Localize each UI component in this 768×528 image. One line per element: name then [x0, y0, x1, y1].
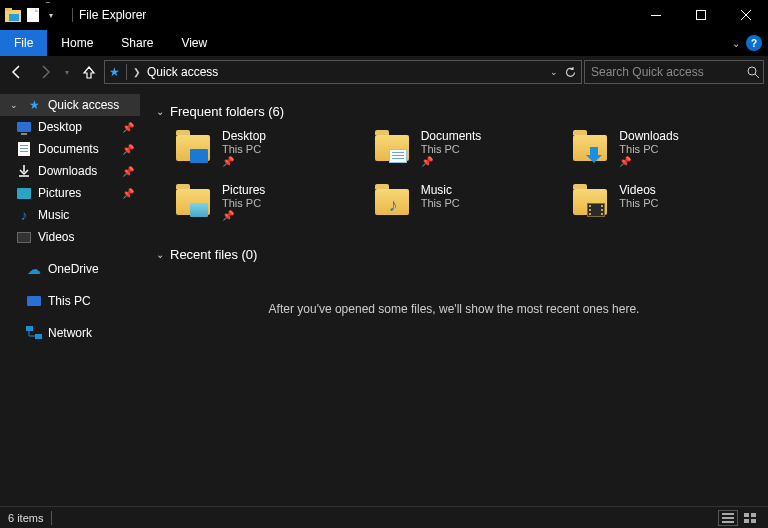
window-controls — [633, 0, 768, 30]
sidebar-item-downloads[interactable]: Downloads 📌 — [0, 160, 140, 182]
folder-location: This PC — [421, 197, 460, 209]
up-button[interactable] — [76, 59, 102, 85]
recent-files-empty-message: After you've opened some files, we'll sh… — [156, 272, 752, 346]
close-button[interactable] — [723, 0, 768, 30]
music-icon: ♪ — [16, 207, 32, 223]
folder-location: This PC — [619, 197, 658, 209]
pin-icon: 📌 — [619, 156, 678, 167]
nav-bar: ▾ ★ ❯ Quick access ⌄ — [0, 56, 768, 88]
downloads-icon — [16, 163, 32, 179]
svg-rect-13 — [722, 513, 734, 515]
group-frequent-folders[interactable]: ⌄ Frequent folders (6) — [156, 104, 752, 119]
folder-name: Downloads — [619, 129, 678, 143]
svg-rect-5 — [696, 11, 705, 20]
refresh-icon[interactable] — [564, 66, 577, 79]
svg-rect-9 — [20, 148, 28, 149]
folder-item-downloads[interactable]: DownloadsThis PC📌 — [573, 129, 752, 173]
qat-dropdown-icon[interactable]: ▾‾ — [44, 6, 62, 24]
pin-icon: 📌 — [222, 156, 266, 167]
sidebar-network[interactable]: Network — [0, 322, 140, 344]
sidebar-label: This PC — [48, 294, 91, 308]
sidebar-label: Network — [48, 326, 92, 340]
svg-rect-2 — [9, 14, 19, 21]
svg-rect-19 — [751, 519, 756, 523]
title-bar: ▾‾ File Explorer — [0, 0, 768, 30]
sidebar-item-label: Pictures — [38, 186, 81, 200]
folder-icon — [375, 129, 411, 161]
minimize-button[interactable] — [633, 0, 678, 30]
status-bar: 6 items — [0, 506, 768, 528]
folder-icon — [573, 129, 609, 161]
svg-rect-17 — [751, 513, 756, 517]
search-box[interactable] — [584, 60, 764, 84]
folder-icon — [375, 183, 411, 215]
search-input[interactable] — [591, 65, 741, 79]
new-file-icon[interactable] — [24, 6, 42, 24]
folder-item-videos[interactable]: VideosThis PC — [573, 183, 752, 227]
folder-location: This PC — [222, 197, 265, 209]
address-bar[interactable]: ★ ❯ Quick access ⌄ — [104, 60, 582, 84]
sidebar-item-documents[interactable]: Documents 📌 — [0, 138, 140, 160]
content-pane: ⌄ Frequent folders (6) DesktopThis PC📌Do… — [140, 88, 768, 506]
svg-rect-14 — [722, 517, 734, 519]
folder-location: This PC — [619, 143, 678, 155]
pin-icon: 📌 — [122, 166, 134, 177]
icons-view-button[interactable] — [740, 510, 760, 526]
pin-icon: 📌 — [122, 122, 134, 133]
svg-rect-11 — [26, 326, 33, 331]
group-recent-files[interactable]: ⌄ Recent files (0) — [156, 247, 752, 262]
pin-icon: 📌 — [222, 210, 265, 221]
ribbon: File Home Share View ⌄ ? — [0, 30, 768, 56]
pictures-icon — [16, 185, 32, 201]
sidebar-item-desktop[interactable]: Desktop 📌 — [0, 116, 140, 138]
folder-item-desktop[interactable]: DesktopThis PC📌 — [176, 129, 355, 173]
pin-icon: 📌 — [421, 156, 482, 167]
help-icon[interactable]: ? — [746, 35, 762, 51]
sidebar-this-pc[interactable]: This PC — [0, 290, 140, 312]
network-icon — [26, 325, 42, 341]
tab-home[interactable]: Home — [47, 30, 107, 56]
sidebar-item-label: Desktop — [38, 120, 82, 134]
ribbon-expand-icon[interactable]: ⌄ — [732, 38, 740, 49]
svg-rect-4 — [651, 15, 661, 16]
sidebar-item-label: Documents — [38, 142, 99, 156]
folder-name: Documents — [421, 129, 482, 143]
tab-file[interactable]: File — [0, 30, 47, 56]
folder-name: Pictures — [222, 183, 265, 197]
folder-name: Videos — [619, 183, 658, 197]
sidebar-onedrive[interactable]: ☁ OneDrive — [0, 258, 140, 280]
navigation-pane: ⌄ ★ Quick access Desktop 📌 Documents 📌 D… — [0, 88, 140, 506]
chevron-down-icon[interactable]: ⌄ — [10, 100, 20, 110]
sidebar-item-videos[interactable]: Videos — [0, 226, 140, 248]
pin-icon: 📌 — [122, 144, 134, 155]
chevron-down-icon[interactable]: ⌄ — [156, 249, 164, 260]
sidebar-item-music[interactable]: ♪ Music — [0, 204, 140, 226]
sidebar-item-pictures[interactable]: Pictures 📌 — [0, 182, 140, 204]
sidebar-quick-access[interactable]: ⌄ ★ Quick access — [0, 94, 140, 116]
search-icon[interactable] — [747, 66, 760, 79]
folder-name: Desktop — [222, 129, 266, 143]
tab-share[interactable]: Share — [107, 30, 167, 56]
details-view-button[interactable] — [718, 510, 738, 526]
chevron-down-icon[interactable]: ⌄ — [156, 106, 164, 117]
maximize-button[interactable] — [678, 0, 723, 30]
forward-button[interactable] — [32, 59, 58, 85]
history-dropdown-icon[interactable]: ▾ — [60, 59, 74, 85]
address-text[interactable]: Quick access — [147, 65, 218, 79]
sidebar-item-label: Music — [38, 208, 69, 222]
tab-view[interactable]: View — [167, 30, 221, 56]
folder-item-pictures[interactable]: PicturesThis PC📌 — [176, 183, 355, 227]
address-separator — [126, 64, 127, 80]
folder-item-music[interactable]: MusicThis PC — [375, 183, 554, 227]
pin-icon: 📌 — [122, 188, 134, 199]
back-button[interactable] — [4, 59, 30, 85]
quick-access-star-icon: ★ — [109, 65, 120, 79]
svg-rect-18 — [744, 519, 749, 523]
folder-item-documents[interactable]: DocumentsThis PC📌 — [375, 129, 554, 173]
svg-rect-8 — [20, 145, 28, 146]
address-dropdown-icon[interactable]: ⌄ — [550, 67, 558, 77]
folder-name: Music — [421, 183, 460, 197]
svg-rect-1 — [5, 8, 12, 11]
chevron-right-icon[interactable]: ❯ — [133, 67, 141, 77]
sidebar-item-label: Videos — [38, 230, 74, 244]
